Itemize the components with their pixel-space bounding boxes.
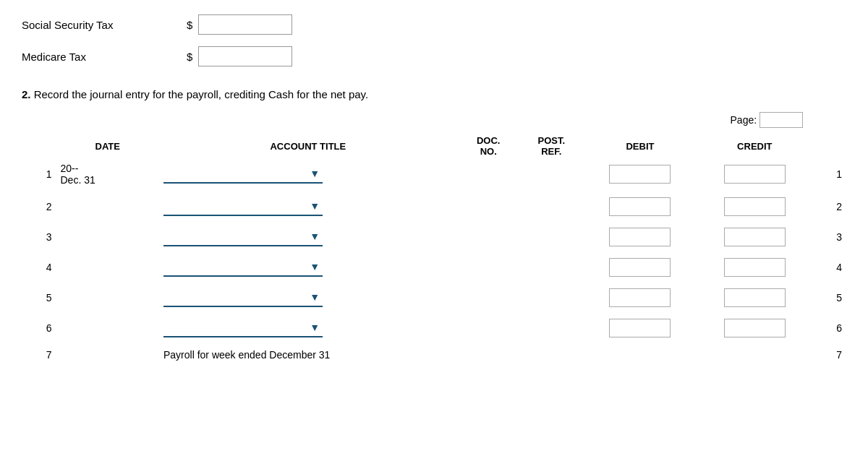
account-dropdown[interactable]: ▼	[163, 258, 323, 277]
row-debit	[583, 255, 697, 280]
credit-input[interactable]	[724, 319, 786, 337]
table-row: 3▼3	[22, 225, 846, 249]
credit-input[interactable]	[724, 288, 786, 307]
medicare-dollar: $	[187, 51, 192, 63]
row-doc	[457, 225, 520, 249]
account-dropdown[interactable]: ▼	[163, 165, 323, 184]
row-account: Payroll for week ended December 31	[159, 346, 457, 363]
page-label-text: Page:	[731, 114, 757, 126]
table-row: 6▼6	[22, 316, 846, 340]
spacer-row	[22, 249, 846, 255]
row-num-right: 7	[812, 346, 846, 363]
debit-input[interactable]	[609, 228, 671, 246]
row-num-right: 2	[812, 194, 846, 219]
th-row-num-right	[812, 132, 846, 160]
social-security-input[interactable]	[198, 14, 292, 35]
row-date	[56, 194, 160, 219]
row-num-left: 2	[22, 194, 56, 219]
row-credit	[697, 346, 812, 363]
row-doc	[457, 160, 520, 189]
row-num-left: 3	[22, 225, 56, 249]
th-debit: DEBIT	[583, 132, 697, 160]
account-dropdown[interactable]: ▼	[163, 319, 323, 337]
social-security-dollar: $	[187, 19, 192, 31]
dropdown-arrow-icon: ▼	[310, 322, 320, 333]
row-num-right: 4	[812, 255, 846, 280]
row-post	[520, 194, 583, 219]
row-post	[520, 346, 583, 363]
spacer-row	[22, 280, 846, 285]
debit-input[interactable]	[609, 288, 671, 307]
table-row: 120--Dec. 31▼1	[22, 160, 846, 189]
row-static-text: Payroll for week ended December 31	[163, 349, 330, 361]
row-num-left: 4	[22, 255, 56, 280]
row-num-right: 5	[812, 285, 846, 310]
date-year: 20--	[61, 163, 156, 174]
credit-input[interactable]	[724, 165, 786, 184]
row-account: ▼	[159, 225, 457, 249]
row-num-left: 7	[22, 346, 56, 363]
row-account: ▼	[159, 316, 457, 340]
table-row: 4▼4	[22, 255, 846, 280]
th-account-title: ACCOUNT TITLE	[159, 132, 457, 160]
social-security-label: Social Security Tax	[22, 19, 181, 31]
account-dropdown[interactable]: ▼	[163, 228, 323, 246]
medicare-row: Medicare Tax $	[22, 46, 846, 66]
page-number-input[interactable]	[760, 112, 803, 128]
spacer-row	[22, 310, 846, 316]
row-debit	[583, 225, 697, 249]
row-credit	[697, 225, 812, 249]
tax-inputs-section: Social Security Tax $ Medicare Tax $	[22, 14, 846, 66]
dropdown-arrow-icon: ▼	[310, 168, 320, 179]
table-row: 7Payroll for week ended December 317	[22, 346, 846, 363]
row-post	[520, 316, 583, 340]
social-security-row: Social Security Tax $	[22, 14, 846, 35]
row-post	[520, 160, 583, 189]
debit-input[interactable]	[609, 165, 671, 184]
debit-input[interactable]	[609, 197, 671, 216]
dropdown-arrow-icon: ▼	[310, 291, 320, 303]
debit-input[interactable]	[609, 319, 671, 337]
row-debit	[583, 285, 697, 310]
date-day: Dec. 31	[61, 174, 156, 186]
row-num-left: 1	[22, 160, 56, 189]
spacer-row	[22, 363, 846, 369]
row-credit	[697, 160, 812, 189]
credit-input[interactable]	[724, 228, 786, 246]
debit-input[interactable]	[609, 258, 671, 277]
row-debit	[583, 316, 697, 340]
row-num-left: 6	[22, 316, 56, 340]
spacer-row	[22, 189, 846, 194]
th-date: DATE	[56, 132, 160, 160]
table-row: 2▼2	[22, 194, 846, 219]
row-num-left: 5	[22, 285, 56, 310]
row-doc	[457, 285, 520, 310]
medicare-input[interactable]	[198, 46, 292, 66]
row-post	[520, 225, 583, 249]
section2-header: 2. Record the journal entry for the payr…	[22, 88, 846, 100]
medicare-label: Medicare Tax	[22, 51, 181, 63]
row-doc	[457, 194, 520, 219]
table-header-row: DATE ACCOUNT TITLE DOC. NO. POST. REF. D…	[22, 132, 846, 160]
section2-instruction: Record the journal entry for the payroll…	[34, 88, 368, 100]
row-account: ▼	[159, 194, 457, 219]
th-row-num-left	[22, 132, 56, 160]
row-doc	[457, 316, 520, 340]
account-dropdown[interactable]: ▼	[163, 197, 323, 216]
credit-input[interactable]	[724, 258, 786, 277]
account-dropdown[interactable]: ▼	[163, 288, 323, 307]
row-doc	[457, 255, 520, 280]
journal-table: DATE ACCOUNT TITLE DOC. NO. POST. REF. D…	[22, 132, 846, 369]
row-debit	[583, 160, 697, 189]
row-debit	[583, 346, 697, 363]
row-post	[520, 255, 583, 280]
row-credit	[697, 255, 812, 280]
dropdown-arrow-icon: ▼	[310, 200, 320, 212]
credit-input[interactable]	[724, 197, 786, 216]
row-date	[56, 316, 160, 340]
row-account: ▼	[159, 285, 457, 310]
row-post	[520, 285, 583, 310]
row-credit	[697, 285, 812, 310]
th-post: POST. REF.	[520, 132, 583, 160]
row-num-right: 3	[812, 225, 846, 249]
